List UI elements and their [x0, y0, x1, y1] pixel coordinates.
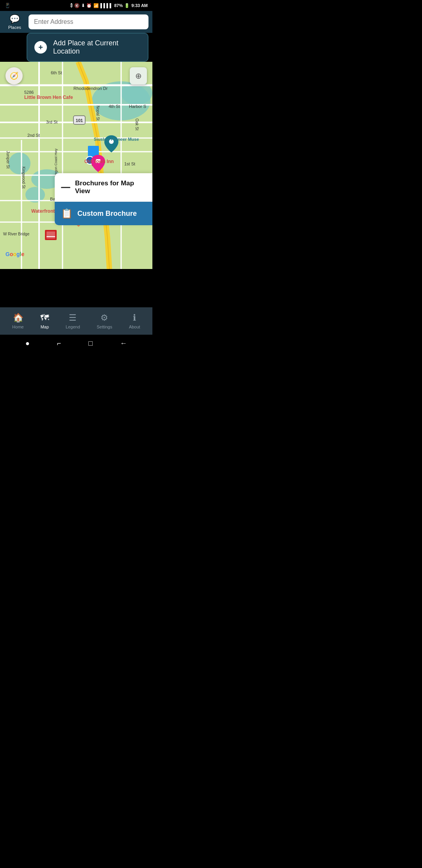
battery-icon: 🔋 — [124, 3, 130, 8]
android-recent-button[interactable]: ⌐ — [54, 336, 64, 351]
wifi-icon: 📶 — [93, 3, 99, 8]
places-icon: 💬 — [9, 14, 20, 24]
nav-label-legend: Legend — [66, 325, 80, 329]
compass-button[interactable]: 🧭 — [5, 67, 23, 84]
download-icon: ⬇ — [81, 3, 85, 8]
bluetooth-icon: ₿ — [70, 3, 73, 8]
android-home-button[interactable]: ● — [22, 336, 33, 351]
nav-item-legend[interactable]: ☰ Legend — [62, 310, 84, 332]
about-icon: ℹ — [133, 313, 136, 323]
map-svg: 101 📷 🍴 🍴 — [0, 62, 152, 269]
map-icon: 🗺 — [40, 313, 49, 323]
status-left: 📱 — [5, 3, 11, 8]
svg-point-3 — [9, 152, 30, 174]
compass-icon: 🧭 — [10, 72, 18, 80]
location-icon: ⊕ — [135, 71, 142, 81]
settings-icon: ⚙ — [100, 313, 108, 323]
home-icon: 🏠 — [13, 313, 23, 323]
bottom-nav: 🏠 Home 🗺 Map ☰ Legend ⚙ Settings ℹ About — [0, 307, 152, 335]
bottom-panel: Brochures for Map View 📋 Custom Brochure — [55, 173, 152, 225]
time: 9:33 AM — [131, 3, 148, 8]
svg-rect-26 — [96, 159, 100, 163]
nav-item-about[interactable]: ℹ About — [125, 310, 144, 332]
brochure-icon: 📋 — [61, 208, 73, 219]
add-place-button[interactable]: + Add Place at Current Location — [27, 33, 148, 62]
google-logo: Google — [5, 251, 24, 257]
custom-brochure-button[interactable]: 📋 Custom Brochure — [55, 202, 152, 225]
location-button[interactable]: ⊕ — [130, 67, 147, 84]
android-overview-button[interactable]: □ — [85, 336, 96, 351]
legend-icon: ☰ — [69, 313, 77, 323]
status-bar: 📱 ₿ 🔇 ⬇ ⏰ 📶 ▌▌▌▌ 87% 🔋 9:33 AM — [0, 0, 152, 11]
android-back-button[interactable]: ← — [117, 336, 130, 351]
add-place-text: Add Place at Current Location — [53, 39, 141, 56]
brochures-title: Brochures for Map View — [75, 179, 146, 195]
search-input[interactable] — [29, 14, 148, 29]
alarm-icon: ⏰ — [86, 3, 92, 8]
nav-label-about: About — [129, 325, 140, 329]
nav-label-map: Map — [41, 325, 49, 329]
add-place-icon: + — [34, 41, 47, 54]
status-right: ₿ 🔇 ⬇ ⏰ 📶 ▌▌▌▌ 87% 🔋 9:33 AM — [70, 3, 148, 8]
signal-icon: ▌▌▌▌ — [100, 3, 113, 8]
top-bar: 💬 Places — [0, 11, 152, 33]
battery-percent: 87% — [114, 3, 123, 8]
places-label: Places — [8, 25, 21, 30]
android-nav-bar: ● ⌐ □ ← — [0, 335, 152, 352]
screen-record-icon: 📱 — [5, 3, 11, 8]
nav-item-home[interactable]: 🏠 Home — [8, 310, 27, 332]
nav-label-settings: Settings — [97, 325, 112, 329]
brochures-dash-icon — [61, 187, 70, 188]
nav-item-settings[interactable]: ⚙ Settings — [93, 310, 116, 332]
nav-item-map[interactable]: 🗺 Map — [36, 310, 53, 332]
svg-point-25 — [109, 139, 114, 144]
mute-icon: 🔇 — [74, 3, 80, 8]
brochures-header: Brochures for Map View — [55, 173, 152, 202]
map-area[interactable]: 101 📷 🍴 🍴 🧭 — [0, 62, 152, 269]
places-button[interactable]: 💬 Places — [4, 14, 25, 30]
svg-rect-30 — [46, 231, 55, 239]
svg-text:101: 101 — [76, 118, 83, 123]
custom-brochure-text: Custom Brochure — [77, 210, 137, 218]
nav-label-home: Home — [12, 325, 23, 329]
